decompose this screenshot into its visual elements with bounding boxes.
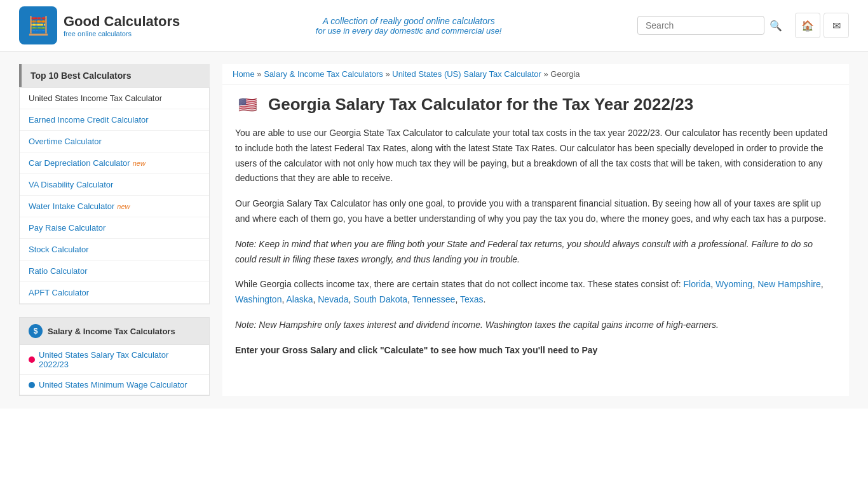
sidebar-link-pay-raise[interactable]: Pay Raise Calculator bbox=[20, 217, 209, 238]
list-item: United States Income Tax Calculator bbox=[20, 88, 209, 109]
link-alaska[interactable]: Alaska bbox=[286, 294, 313, 304]
link-wyoming[interactable]: Wyoming bbox=[715, 279, 752, 289]
georgia-flag-icon: 🇺🇸 bbox=[235, 96, 261, 114]
header-tagline: A collection of really good online calcu… bbox=[193, 16, 625, 36]
breadcrumb-current: Georgia bbox=[550, 69, 580, 79]
link-texas[interactable]: Texas bbox=[460, 294, 484, 304]
breadcrumb-us-salary[interactable]: United States (US) Salary Tax Calculator bbox=[392, 69, 541, 79]
search-button[interactable]: 🔍 bbox=[770, 20, 782, 32]
dot-red-icon bbox=[29, 356, 35, 363]
sidebar-link-us-min-wage[interactable]: United States Minimum Wage Calculator bbox=[39, 380, 187, 390]
article-para2: Our Georgia Salary Tax Calculator has on… bbox=[235, 196, 836, 227]
sidebar-link-us-income-tax[interactable]: United States Income Tax Calculator bbox=[20, 88, 209, 109]
sidebar-link-apft[interactable]: APFT Calculator bbox=[20, 282, 209, 303]
sidebar-top-title: Top 10 Best Calculators bbox=[19, 64, 210, 87]
sidebar-link-water-intake[interactable]: Water Intake Calculatornew bbox=[20, 196, 209, 217]
sidebar-top-list: United States Income Tax Calculator Earn… bbox=[19, 87, 210, 304]
article-para1: You are able to use our Georgia State Ta… bbox=[235, 126, 836, 186]
content-area: Home » Salary & Income Tax Calculators »… bbox=[222, 64, 849, 396]
sidebar-link-ratio[interactable]: Ratio Calculator bbox=[20, 261, 209, 281]
link-tennessee[interactable]: Tennessee bbox=[412, 294, 456, 304]
list-item: APFT Calculator bbox=[20, 282, 209, 304]
list-item: United States Salary Tax Calculator 2022… bbox=[20, 345, 209, 375]
tagline-bottom: for use in every day domestic and commer… bbox=[193, 26, 625, 36]
list-item: Water Intake Calculatornew bbox=[20, 196, 209, 217]
home-button[interactable]: 🏠 bbox=[795, 13, 820, 38]
sidebar-section2-title: $ Salary & Income Tax Calculators bbox=[19, 317, 210, 344]
sidebar-link-car-depreciation[interactable]: Car Depreciation Calculatornew bbox=[20, 152, 209, 173]
dot-blue-icon bbox=[29, 382, 35, 388]
sidebar-link-earned-income[interactable]: Earned Income Credit Calculator bbox=[20, 109, 209, 130]
article-title: 🇺🇸 Georgia Salary Tax Calculator for the… bbox=[235, 95, 836, 114]
header: 🧮 Good Calculators free online calculato… bbox=[0, 0, 868, 51]
link-florida[interactable]: Florida bbox=[684, 279, 711, 289]
list-item: Stock Calculator bbox=[20, 239, 209, 261]
list-item: Pay Raise Calculator bbox=[20, 217, 209, 239]
sidebar: Top 10 Best Calculators United States In… bbox=[19, 64, 210, 396]
list-item: Car Depreciation Calculatornew bbox=[20, 152, 209, 174]
sidebar-sub-list: United States Salary Tax Calculator 2022… bbox=[19, 344, 210, 396]
logo-link[interactable]: 🧮 Good Calculators free online calculato… bbox=[19, 6, 180, 44]
list-item: United States Minimum Wage Calculator bbox=[20, 375, 209, 395]
list-item: Earned Income Credit Calculator bbox=[20, 109, 209, 131]
article-para6: Enter your Gross Salary and click "Calcu… bbox=[235, 343, 836, 358]
new-badge-2: new bbox=[117, 203, 130, 210]
list-item: Overtime Calculator bbox=[20, 131, 209, 152]
list-item: VA Disability Calculator bbox=[20, 174, 209, 196]
link-nevada[interactable]: Nevada bbox=[318, 294, 348, 304]
header-icons: 🏠 ✉ bbox=[795, 13, 849, 38]
logo-subtitle: free online calculators bbox=[64, 30, 180, 37]
dollar-icon: $ bbox=[29, 324, 43, 338]
link-new-hampshire[interactable]: New Hampshire bbox=[757, 279, 821, 289]
sidebar-section2-label: Salary & Income Tax Calculators bbox=[48, 327, 175, 336]
link-washington[interactable]: Washington bbox=[235, 294, 281, 304]
sidebar-link-overtime[interactable]: Overtime Calculator bbox=[20, 131, 209, 152]
logo-text: Good Calculators free online calculators bbox=[64, 13, 180, 37]
logo-title: Good Calculators bbox=[64, 13, 180, 30]
breadcrumb-home[interactable]: Home bbox=[233, 69, 255, 79]
sidebar-link-stock[interactable]: Stock Calculator bbox=[20, 239, 209, 260]
main-container: Top 10 Best Calculators United States In… bbox=[0, 51, 868, 409]
tagline-top: A collection of really good online calcu… bbox=[193, 16, 625, 26]
article-para3: Note: Keep in mind that when you are fil… bbox=[235, 237, 836, 268]
breadcrumb-salary[interactable]: Salary & Income Tax Calculators bbox=[264, 69, 383, 79]
logo-icon: 🧮 bbox=[19, 6, 57, 44]
list-item: Ratio Calculator bbox=[20, 261, 209, 282]
article-para5: Note: New Hampshire only taxes interest … bbox=[235, 318, 836, 333]
article: 🇺🇸 Georgia Salary Tax Calculator for the… bbox=[222, 85, 849, 379]
article-para4: While Georgia collects income tax, there… bbox=[235, 277, 836, 308]
mail-button[interactable]: ✉ bbox=[824, 13, 849, 38]
link-south-dakota[interactable]: South Dakota bbox=[353, 294, 407, 304]
search-input[interactable] bbox=[637, 16, 764, 35]
new-badge: new bbox=[133, 159, 146, 167]
search-area: 🔍 bbox=[637, 16, 782, 35]
para4-prefix: While Georgia collects income tax, there… bbox=[235, 279, 684, 289]
sidebar-link-us-salary[interactable]: United States Salary Tax Calculator 2022… bbox=[39, 350, 200, 369]
breadcrumb: Home » Salary & Income Tax Calculators »… bbox=[222, 64, 849, 85]
sidebar-link-va-disability[interactable]: VA Disability Calculator bbox=[20, 174, 209, 195]
